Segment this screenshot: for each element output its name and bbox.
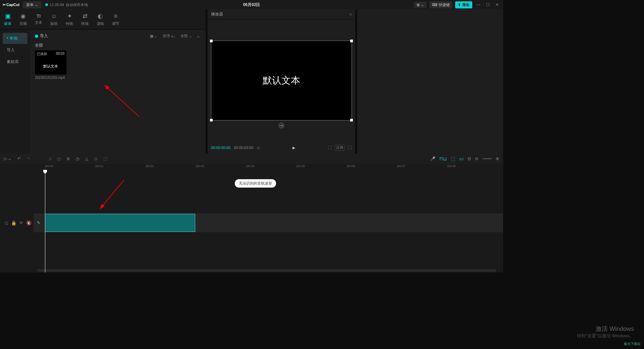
- crop-icon[interactable]: ⛶: [328, 146, 331, 150]
- chevron-down-icon: ⌄: [189, 34, 192, 38]
- player-menu-button[interactable]: ≡: [350, 12, 352, 17]
- player-panel: 播放器 ≡ 默认文本 ⟲ 00:00:00:00 00:00:03:00 ▤ ▶…: [208, 9, 355, 154]
- mic-icon[interactable]: 🎤: [430, 156, 435, 161]
- import-label: 导入: [40, 33, 48, 39]
- close-button[interactable]: ✕: [494, 1, 500, 8]
- transition-icon: ⇄: [83, 12, 88, 20]
- filter-label: 全部: [180, 34, 188, 39]
- ruler-mark: |00:08: [447, 164, 456, 168]
- timeline-body[interactable]: 无法识别的音轨波形 ⊡ 🔒 👁 🔇 ✎: [0, 170, 503, 272]
- timeline-tooltip: 无法识别的音轨波形: [235, 179, 276, 188]
- menu-button[interactable]: 菜单 ⌄: [23, 1, 41, 8]
- ruler-mark: |00:05: [297, 164, 305, 168]
- track-lane[interactable]: [44, 213, 503, 232]
- view-grid-button[interactable]: ▦ ⌄: [149, 33, 159, 39]
- svg-line-1: [102, 180, 124, 206]
- copy-tool[interactable]: ⧉: [67, 156, 70, 161]
- search-button[interactable]: ⌕: [196, 34, 201, 39]
- timeline-ruler[interactable]: |00:00 |00:01 |00:02 |00:03 |00:04 |00:0…: [0, 164, 503, 170]
- export-button[interactable]: ⬆ 导出: [455, 1, 472, 8]
- tab-media[interactable]: ▣媒体: [0, 9, 15, 29]
- tab-transition[interactable]: ⇄转场: [77, 9, 93, 29]
- tab-audio[interactable]: ◉音频: [15, 9, 31, 29]
- redo-button[interactable]: ↷: [27, 156, 30, 161]
- zoom-out-button[interactable]: ⊖: [475, 156, 478, 161]
- thumb-tag: 已添加: [37, 52, 47, 56]
- titlebar: ✂ CapCut 菜单 ⌄ 11:26:04 自动保存本地 06月02日 ⊞ ⌄…: [0, 0, 503, 9]
- chevron-down-icon: ⌄: [35, 3, 38, 7]
- media-thumbnail[interactable]: 已添加 00:03 默认文本: [35, 50, 66, 74]
- rotate-handle[interactable]: ⟲: [279, 123, 284, 128]
- shortcut-button[interactable]: ⌨ 快捷键: [429, 1, 452, 8]
- track-toggle-icon[interactable]: ⊡: [5, 220, 8, 226]
- project-title: 06月02日: [243, 2, 260, 8]
- playhead-handle[interactable]: [43, 170, 47, 174]
- tab-label: 贴纸: [50, 21, 58, 26]
- tab-label: 调节: [112, 21, 119, 26]
- rotate-tool[interactable]: ◇: [94, 156, 97, 161]
- split-tool[interactable]: ⎍: [49, 156, 51, 161]
- sidebar-item-local[interactable]: • 本地: [3, 33, 28, 44]
- annotation-arrow-icon: [99, 177, 129, 210]
- align-button[interactable]: ⊟: [468, 156, 471, 161]
- playhead[interactable]: [45, 170, 45, 272]
- top-tabs: ▣媒体 ◉音频 TI文本 ☺贴纸 ✦特效 ⇄转场 ◐滤镜 ≡调节: [0, 9, 206, 30]
- thumb-filename: 202302181255.mp4: [35, 76, 201, 80]
- track-edit-button[interactable]: ✎: [34, 213, 44, 232]
- list-icon[interactable]: ▤: [257, 146, 260, 150]
- timeline-toolbar: ▷ ⌄ ↶ ↷ ⎍ ◻ ⧉ ◷ △ ◇ ⬚ 🎤 ⊓⊔ ⬚ ▭ ⊟ ⊖ ⊕: [0, 154, 503, 164]
- maximize-button[interactable]: ☐: [484, 1, 491, 8]
- eye-icon[interactable]: 👁: [19, 220, 23, 226]
- select-tool[interactable]: ▷ ⌄: [4, 156, 11, 161]
- resize-handle[interactable]: [210, 40, 213, 42]
- effect-icon: ✦: [67, 12, 72, 20]
- layout-button[interactable]: ⊞ ⌄: [414, 2, 427, 8]
- crop-tool[interactable]: ◻: [57, 156, 61, 161]
- speed-tool[interactable]: ◷: [76, 156, 79, 161]
- tab-effect[interactable]: ✦特效: [62, 9, 77, 29]
- tab-filter[interactable]: ◐滤镜: [93, 9, 108, 29]
- timeline-panel: ▷ ⌄ ↶ ↷ ⎍ ◻ ⧉ ◷ △ ◇ ⬚ 🎤 ⊓⊔ ⬚ ▭ ⊟ ⊖ ⊕ |00…: [0, 154, 503, 272]
- play-button[interactable]: ▶: [292, 146, 295, 150]
- thumb-duration: 00:03: [56, 52, 64, 56]
- crop2-tool[interactable]: ⬚: [103, 156, 107, 161]
- audio-icon: ◉: [20, 12, 26, 20]
- tab-sticker[interactable]: ☺贴纸: [46, 9, 62, 29]
- player-title: 播放器: [211, 11, 223, 17]
- import-button[interactable]: 导入: [35, 33, 48, 39]
- timeline-scrollbar[interactable]: [37, 269, 496, 272]
- tab-adjust[interactable]: ≡调节: [108, 9, 123, 29]
- filter-icon: ◐: [98, 12, 103, 20]
- media-content: 导入 ▦ ⌄ 排序 ≡↓ 全部 ⌄ ⌕ 全部 已添加 00:03 默认文本: [30, 30, 206, 154]
- sidebar-item-import[interactable]: 导入: [3, 45, 28, 56]
- filter-button[interactable]: 全部 ⌄: [179, 33, 193, 39]
- minimize-button[interactable]: —: [475, 1, 482, 8]
- resize-handle[interactable]: [350, 119, 353, 121]
- time-duration: 00:00:03:00: [234, 146, 253, 150]
- sort-button[interactable]: 排序 ≡↓: [161, 33, 176, 39]
- sort-label: 排序: [163, 34, 170, 39]
- resize-handle[interactable]: [350, 40, 353, 42]
- mute-icon[interactable]: 🔇: [26, 220, 32, 226]
- logo-text: CapCut: [6, 3, 19, 7]
- preview-button[interactable]: ▭: [459, 156, 464, 161]
- undo-button[interactable]: ↶: [17, 156, 21, 161]
- lock-icon[interactable]: 🔒: [11, 220, 16, 226]
- canvas-text[interactable]: 默认文本: [263, 74, 300, 87]
- resize-handle[interactable]: [210, 119, 213, 121]
- fullscreen-icon[interactable]: ⛶: [348, 146, 352, 150]
- tab-text[interactable]: TI文本: [31, 9, 46, 29]
- zoom-slider[interactable]: [482, 158, 492, 159]
- player-canvas[interactable]: 默认文本 ⟲: [211, 41, 352, 120]
- category-label: 全部: [35, 43, 201, 48]
- link-button[interactable]: ⬚: [451, 156, 455, 161]
- video-clip[interactable]: [45, 214, 195, 232]
- ratio-button[interactable]: 比例: [335, 145, 345, 151]
- zoom-in-button[interactable]: ⊕: [496, 156, 499, 161]
- properties-panel: [357, 9, 503, 154]
- dot-icon: •: [7, 36, 9, 41]
- sidebar-item-library[interactable]: 素材库: [3, 56, 28, 67]
- mirror-tool[interactable]: △: [85, 156, 88, 161]
- magnet-button[interactable]: ⊓⊔: [439, 156, 447, 161]
- media-icon: ▣: [5, 12, 11, 20]
